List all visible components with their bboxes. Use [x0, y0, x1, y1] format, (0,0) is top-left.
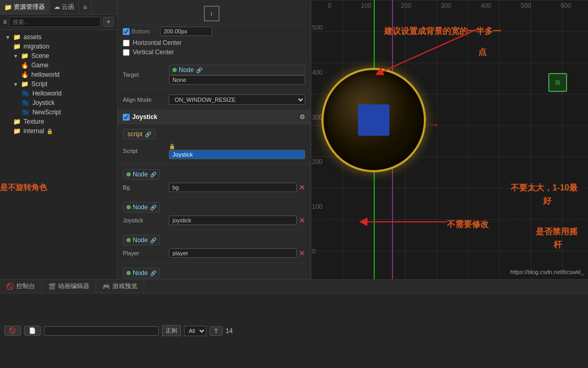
player-value: ✕: [169, 248, 305, 258]
target-section: Target Node 🔗: [118, 60, 310, 90]
parent-section: Node 🔗 Parent ✕: [118, 263, 310, 279]
game-obj-symbol: ⊞: [555, 79, 560, 86]
gear-icon[interactable]: ⚙: [299, 113, 305, 121]
component-title: Joystick: [123, 113, 157, 121]
tree-item-scene[interactable]: ▼ 📁 Scene: [0, 51, 117, 61]
horizontal-center-row: Horizontal Center: [123, 38, 305, 48]
target-node-ref: Node 🔗: [169, 65, 305, 75]
tab-cloud[interactable]: ☁ 云函: [50, 0, 79, 14]
vertical-center-checkbox[interactable]: [123, 49, 130, 56]
node-dot-parent: [126, 271, 131, 275]
preview-icon: 🎮: [102, 283, 110, 290]
align-mode-section: Align Mode ON_WINDOW_RESIZE: [118, 90, 310, 110]
folder-icon-script: 📁: [21, 80, 29, 88]
tab-console[interactable]: 🚫 控制台: [0, 280, 42, 293]
tree-item-script[interactable]: ▼ 📁 Script: [0, 79, 117, 89]
target-value: Node 🔗: [169, 65, 305, 85]
search-input[interactable]: [9, 17, 101, 27]
tree-item-newscript[interactable]: Ts NewScript: [0, 108, 117, 117]
joystick-clear-btn[interactable]: ✕: [299, 217, 305, 224]
link-icon-joystick-prop: 🔗: [150, 205, 156, 210]
right-arrow: →: [429, 118, 440, 132]
joystick-circle: [321, 68, 426, 172]
tree-item-helloworld[interactable]: 🔥 helloworld: [0, 70, 117, 79]
tab-assets[interactable]: 📁 资源管理器: [0, 0, 50, 14]
align-mode-select[interactable]: ON_WINDOW_RESIZE: [169, 94, 305, 105]
clear-btn[interactable]: 🚫: [4, 326, 21, 336]
bg-value: ✕: [169, 183, 305, 192]
folder-icon-migration: 📁: [13, 43, 21, 50]
bottom-checkbox[interactable]: [123, 28, 130, 35]
ts-icon-joystick: Ts: [21, 100, 30, 106]
node-dot-target: [172, 68, 177, 72]
bottom-toolbar: 🚫 📄 正则 All T 14: [4, 325, 233, 336]
tree-item-helloworld2[interactable]: Ts Helloworld: [0, 89, 117, 98]
sort-icon2: ≡: [3, 18, 7, 26]
log-count: 14: [226, 327, 233, 335]
joystick-row: Joystick ✕: [123, 214, 305, 227]
main-container: 📁 资源管理器 ☁ 云函 ≡ ≡ + ▼ 📁 assets 📁: [0, 0, 588, 279]
player-row: Player ✕: [123, 247, 305, 259]
game-object-icon[interactable]: ⊞: [548, 73, 567, 92]
tab-preview[interactable]: 🎮 游戏预览: [96, 280, 144, 293]
bg-node-row: Node 🔗: [123, 168, 305, 181]
doc-btn[interactable]: 📄: [24, 326, 41, 336]
sort-icon: ≡: [83, 4, 87, 11]
tree-item-texture[interactable]: 📁 Texture: [0, 117, 117, 126]
x-axis-labels: 0 100 200 300 400 500 600: [311, 0, 588, 11]
player-input[interactable]: [169, 248, 297, 258]
y-axis-labels: 500 400 300 200 100 0: [311, 0, 324, 279]
horizontal-center-checkbox[interactable]: [123, 40, 130, 46]
script-row: Script 🔒: [123, 141, 305, 161]
target-input[interactable]: [169, 75, 305, 85]
tree-item-assets[interactable]: ▼ 📁 assets: [0, 32, 117, 42]
folder-icon: 📁: [4, 4, 12, 11]
search-button[interactable]: +: [103, 17, 114, 27]
bg-clear-btn[interactable]: ✕: [299, 184, 305, 191]
regex-btn[interactable]: 正则: [162, 325, 181, 336]
component-header: Joystick ⚙: [118, 110, 310, 124]
node-dot-player: [126, 238, 131, 242]
script-ref: script 🔗: [123, 129, 156, 139]
tree-item-internal[interactable]: 📁 internal 🔒: [0, 126, 117, 136]
folder-icon-texture: 📁: [13, 118, 21, 125]
joystick-node-row: Node 🔗: [123, 200, 305, 214]
ts-icon-newscript: Ts: [21, 109, 30, 116]
filter-input[interactable]: [44, 326, 159, 336]
bg-node-ref: Node 🔗: [123, 169, 160, 180]
align-mode-value: ON_WINDOW_RESIZE: [169, 94, 305, 105]
link-icon-bg: 🔗: [150, 172, 156, 177]
t-btn[interactable]: T: [210, 326, 223, 336]
joystick-input[interactable]: [169, 216, 297, 225]
properties-panel: ↕ Bottom Horizontal Center Vertical Cent…: [118, 0, 311, 279]
lock-icon: 🔒: [47, 128, 53, 134]
link-icon-target: 🔗: [196, 67, 202, 73]
bottom-value-input[interactable]: [160, 27, 212, 36]
tree-item-migration[interactable]: 📁 migration: [0, 42, 117, 51]
target-row: Target Node 🔗: [123, 63, 305, 86]
watermark: https://blog.csdn.net/bcswkl_: [510, 269, 584, 275]
bg-input[interactable]: [169, 183, 297, 192]
bottom-tabs: 🚫 控制台 🎬 动画编辑器 🎮 游戏预览: [0, 280, 588, 293]
tab-animation[interactable]: 🎬 动画编辑器: [42, 280, 96, 293]
script-input[interactable]: [169, 150, 305, 159]
sidebar-tabs: 📁 资源管理器 ☁ 云函 ≡: [0, 0, 117, 15]
bg-section: Node 🔗 Bg ✕: [118, 164, 310, 197]
link-icon-parent: 🔗: [150, 270, 156, 276]
align-icon: ↕: [210, 10, 213, 17]
tab-more[interactable]: ≡: [79, 0, 91, 14]
tree-item-game[interactable]: 🔥 Game: [0, 61, 117, 70]
player-section: Node 🔗 Player ✕: [118, 230, 310, 263]
folder-icon-scene: 📁: [21, 52, 29, 60]
tree-item-joystick-ts[interactable]: Ts Joystick: [0, 98, 117, 108]
folder-icon-assets: 📁: [13, 33, 21, 41]
log-level-select[interactable]: All: [184, 326, 206, 336]
fire-icon-game: 🔥: [21, 62, 29, 69]
viewport: 0 100 200 300 400 500 600 500 400 300 20…: [311, 0, 588, 279]
folder-icon-internal: 📁: [13, 127, 21, 135]
player-clear-btn[interactable]: ✕: [299, 250, 305, 257]
parent-node-row: Node 🔗: [123, 266, 305, 279]
bg-row: Bg ✕: [123, 181, 305, 194]
script-ref-row: script 🔗: [123, 127, 305, 141]
component-enabled-checkbox[interactable]: [123, 114, 130, 121]
